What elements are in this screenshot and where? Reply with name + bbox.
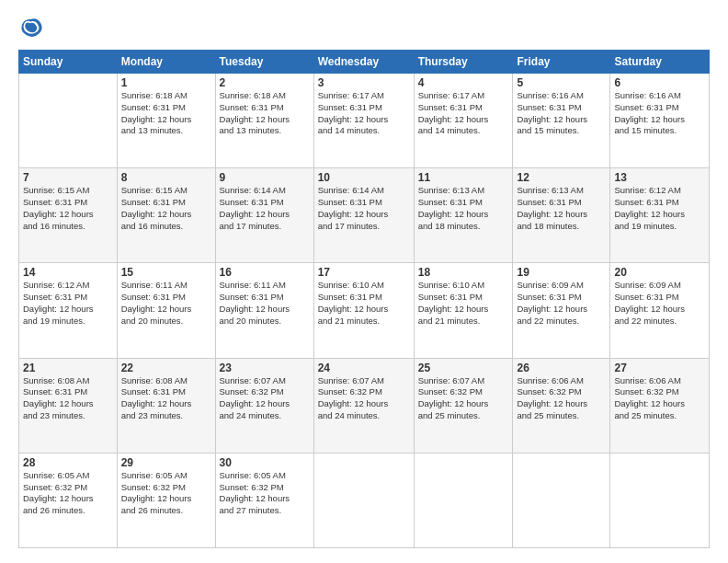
day-cell: 26Sunrise: 6:06 AM Sunset: 6:32 PM Dayli…	[513, 358, 610, 453]
logo-icon	[18, 15, 44, 40]
day-cell: 27Sunrise: 6:06 AM Sunset: 6:32 PM Dayli…	[610, 358, 710, 453]
day-cell	[19, 74, 118, 168]
day-cell: 20Sunrise: 6:09 AM Sunset: 6:31 PM Dayli…	[610, 263, 710, 358]
day-cell: 12Sunrise: 6:13 AM Sunset: 6:31 PM Dayli…	[513, 168, 610, 263]
day-number: 11	[418, 171, 509, 184]
day-info: Sunrise: 6:17 AM Sunset: 6:31 PM Dayligh…	[318, 90, 410, 137]
day-number: 12	[517, 171, 606, 184]
day-info: Sunrise: 6:18 AM Sunset: 6:31 PM Dayligh…	[121, 90, 211, 137]
day-cell: 11Sunrise: 6:13 AM Sunset: 6:31 PM Dayli…	[414, 168, 513, 263]
day-info: Sunrise: 6:16 AM Sunset: 6:31 PM Dayligh…	[614, 90, 705, 137]
day-number: 29	[121, 456, 211, 469]
day-number: 10	[318, 171, 410, 184]
day-number: 14	[23, 266, 113, 279]
day-number: 16	[220, 266, 310, 279]
day-cell: 25Sunrise: 6:07 AM Sunset: 6:32 PM Dayli…	[414, 358, 513, 453]
day-cell: 10Sunrise: 6:14 AM Sunset: 6:31 PM Dayli…	[313, 168, 414, 263]
week-row-5: 28Sunrise: 6:05 AM Sunset: 6:32 PM Dayli…	[19, 453, 710, 547]
day-cell: 19Sunrise: 6:09 AM Sunset: 6:31 PM Dayli…	[513, 263, 610, 358]
day-info: Sunrise: 6:18 AM Sunset: 6:31 PM Dayligh…	[220, 90, 310, 137]
day-cell	[513, 453, 610, 547]
day-number: 23	[220, 362, 310, 374]
day-cell: 28Sunrise: 6:05 AM Sunset: 6:32 PM Dayli…	[19, 453, 118, 547]
day-info: Sunrise: 6:12 AM Sunset: 6:31 PM Dayligh…	[614, 185, 705, 232]
day-info: Sunrise: 6:09 AM Sunset: 6:31 PM Dayligh…	[517, 280, 606, 327]
day-info: Sunrise: 6:06 AM Sunset: 6:32 PM Dayligh…	[614, 375, 705, 422]
day-number: 1	[121, 76, 211, 89]
day-cell: 21Sunrise: 6:08 AM Sunset: 6:31 PM Dayli…	[19, 358, 118, 453]
day-info: Sunrise: 6:12 AM Sunset: 6:31 PM Dayligh…	[23, 280, 113, 327]
day-info: Sunrise: 6:15 AM Sunset: 6:31 PM Dayligh…	[23, 185, 113, 232]
day-cell: 7Sunrise: 6:15 AM Sunset: 6:31 PM Daylig…	[19, 168, 118, 263]
header-cell-friday: Friday	[513, 51, 610, 74]
day-cell: 18Sunrise: 6:10 AM Sunset: 6:31 PM Dayli…	[414, 263, 513, 358]
day-cell: 23Sunrise: 6:07 AM Sunset: 6:32 PM Dayli…	[215, 358, 313, 453]
day-cell: 13Sunrise: 6:12 AM Sunset: 6:31 PM Dayli…	[610, 168, 710, 263]
day-number: 26	[517, 362, 606, 374]
day-cell	[610, 453, 710, 547]
day-cell: 17Sunrise: 6:10 AM Sunset: 6:31 PM Dayli…	[313, 263, 414, 358]
day-cell: 30Sunrise: 6:05 AM Sunset: 6:32 PM Dayli…	[215, 453, 313, 547]
calendar-table: SundayMondayTuesdayWednesdayThursdayFrid…	[18, 50, 710, 548]
day-number: 19	[517, 266, 606, 279]
day-cell: 4Sunrise: 6:17 AM Sunset: 6:31 PM Daylig…	[414, 74, 513, 168]
day-number: 2	[220, 76, 310, 89]
day-cell: 24Sunrise: 6:07 AM Sunset: 6:32 PM Dayli…	[313, 358, 414, 453]
day-info: Sunrise: 6:13 AM Sunset: 6:31 PM Dayligh…	[517, 185, 606, 232]
day-info: Sunrise: 6:16 AM Sunset: 6:31 PM Dayligh…	[517, 90, 606, 137]
day-info: Sunrise: 6:10 AM Sunset: 6:31 PM Dayligh…	[418, 280, 509, 327]
day-info: Sunrise: 6:11 AM Sunset: 6:31 PM Dayligh…	[121, 280, 211, 327]
week-row-2: 7Sunrise: 6:15 AM Sunset: 6:31 PM Daylig…	[19, 168, 710, 263]
day-cell: 8Sunrise: 6:15 AM Sunset: 6:31 PM Daylig…	[117, 168, 215, 263]
day-number: 9	[220, 171, 310, 184]
day-cell: 3Sunrise: 6:17 AM Sunset: 6:31 PM Daylig…	[313, 74, 414, 168]
header-row: SundayMondayTuesdayWednesdayThursdayFrid…	[19, 51, 710, 74]
day-info: Sunrise: 6:08 AM Sunset: 6:31 PM Dayligh…	[23, 375, 113, 422]
day-cell: 6Sunrise: 6:16 AM Sunset: 6:31 PM Daylig…	[610, 74, 710, 168]
day-number: 22	[121, 362, 211, 374]
logo	[18, 15, 48, 40]
day-cell: 15Sunrise: 6:11 AM Sunset: 6:31 PM Dayli…	[117, 263, 215, 358]
day-cell	[313, 453, 414, 547]
header-cell-tuesday: Tuesday	[215, 51, 313, 74]
day-number: 25	[418, 362, 509, 374]
day-number: 21	[23, 362, 113, 374]
day-info: Sunrise: 6:11 AM Sunset: 6:31 PM Dayligh…	[220, 280, 310, 327]
week-row-4: 21Sunrise: 6:08 AM Sunset: 6:31 PM Dayli…	[19, 358, 710, 453]
header-cell-sunday: Sunday	[19, 51, 118, 74]
day-number: 7	[23, 171, 113, 184]
day-number: 28	[23, 456, 113, 469]
day-cell: 2Sunrise: 6:18 AM Sunset: 6:31 PM Daylig…	[215, 74, 313, 168]
day-number: 20	[614, 266, 705, 279]
day-info: Sunrise: 6:17 AM Sunset: 6:31 PM Dayligh…	[418, 90, 509, 137]
day-number: 15	[121, 266, 211, 279]
day-cell	[414, 453, 513, 547]
day-number: 13	[614, 171, 705, 184]
day-cell: 16Sunrise: 6:11 AM Sunset: 6:31 PM Dayli…	[215, 263, 313, 358]
day-number: 30	[220, 456, 310, 469]
day-number: 8	[121, 171, 211, 184]
day-info: Sunrise: 6:13 AM Sunset: 6:31 PM Dayligh…	[418, 185, 509, 232]
header-cell-saturday: Saturday	[610, 51, 710, 74]
day-cell: 5Sunrise: 6:16 AM Sunset: 6:31 PM Daylig…	[513, 74, 610, 168]
day-info: Sunrise: 6:07 AM Sunset: 6:32 PM Dayligh…	[318, 375, 410, 422]
header-cell-thursday: Thursday	[414, 51, 513, 74]
day-info: Sunrise: 6:05 AM Sunset: 6:32 PM Dayligh…	[23, 470, 113, 517]
day-number: 4	[418, 76, 509, 89]
day-number: 5	[517, 76, 606, 89]
day-info: Sunrise: 6:15 AM Sunset: 6:31 PM Dayligh…	[121, 185, 211, 232]
day-cell: 1Sunrise: 6:18 AM Sunset: 6:31 PM Daylig…	[117, 74, 215, 168]
day-info: Sunrise: 6:08 AM Sunset: 6:31 PM Dayligh…	[121, 375, 211, 422]
day-cell: 29Sunrise: 6:05 AM Sunset: 6:32 PM Dayli…	[117, 453, 215, 547]
day-info: Sunrise: 6:14 AM Sunset: 6:31 PM Dayligh…	[220, 185, 310, 232]
day-cell: 22Sunrise: 6:08 AM Sunset: 6:31 PM Dayli…	[117, 358, 215, 453]
day-number: 3	[318, 76, 410, 89]
day-info: Sunrise: 6:06 AM Sunset: 6:32 PM Dayligh…	[517, 375, 606, 422]
day-info: Sunrise: 6:05 AM Sunset: 6:32 PM Dayligh…	[121, 470, 211, 517]
day-info: Sunrise: 6:09 AM Sunset: 6:31 PM Dayligh…	[614, 280, 705, 327]
day-cell: 14Sunrise: 6:12 AM Sunset: 6:31 PM Dayli…	[19, 263, 118, 358]
week-row-3: 14Sunrise: 6:12 AM Sunset: 6:31 PM Dayli…	[19, 263, 710, 358]
day-info: Sunrise: 6:07 AM Sunset: 6:32 PM Dayligh…	[220, 375, 310, 422]
day-number: 17	[318, 266, 410, 279]
week-row-1: 1Sunrise: 6:18 AM Sunset: 6:31 PM Daylig…	[19, 74, 710, 168]
